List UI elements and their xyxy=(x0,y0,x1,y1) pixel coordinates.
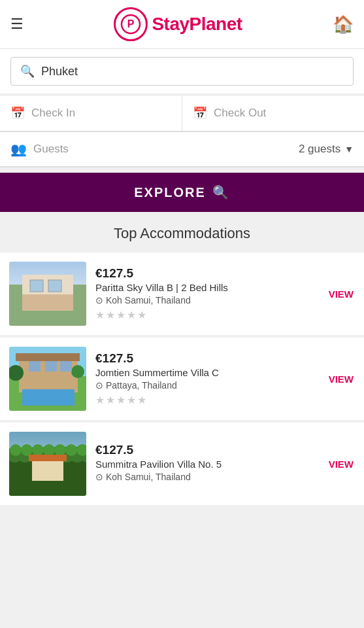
view-button-1[interactable]: VIEW xyxy=(327,286,355,302)
checkin-field[interactable]: 📅 Check In xyxy=(0,96,182,132)
star-1-2: ★ xyxy=(106,309,115,321)
logo-text: StayPlanet xyxy=(152,14,242,35)
checkout-calendar-icon: 📅 xyxy=(193,106,207,120)
property-location-2: ⊙ Pattaya, Thailand xyxy=(95,380,318,391)
location-icon-1: ⊙ xyxy=(95,295,103,305)
location-text-3: Koh Samui, Thailand xyxy=(106,472,191,482)
star-1-5: ★ xyxy=(137,309,146,321)
property-price-2: €127.5 xyxy=(95,351,318,366)
property-info-3: €127.5 Summitra Pavilion Villa No. 5 ⊙ K… xyxy=(95,443,318,485)
explore-label: EXPLORE xyxy=(134,185,206,200)
search-input[interactable] xyxy=(41,65,344,78)
location-text-1: Koh Samui, Thailand xyxy=(106,295,191,305)
guests-left: 👥 Guests xyxy=(10,141,69,157)
property-name-2: Jomtien Summertime Villa C xyxy=(95,367,318,378)
view-button-2[interactable]: VIEW xyxy=(327,371,355,387)
view-button-3[interactable]: VIEW xyxy=(327,456,355,472)
svg-text:P: P xyxy=(127,18,135,29)
search-icon: 🔍 xyxy=(20,64,35,78)
property-card: €127.5 Paritta Sky Villa B | 2 Bed Hills… xyxy=(0,253,364,335)
logo-container: P StayPlanet xyxy=(114,7,242,41)
stars-1: ★ ★ ★ ★ ★ xyxy=(95,309,318,321)
date-row: 📅 Check In 📅 Check Out xyxy=(0,95,364,132)
guests-row[interactable]: 👥 Guests 2 guests ▼ xyxy=(0,132,364,167)
guests-icon: 👥 xyxy=(10,141,27,157)
star-2-1: ★ xyxy=(95,394,105,406)
guests-value: 2 guests ▼ xyxy=(299,143,354,156)
location-icon-2: ⊙ xyxy=(95,380,103,391)
chevron-down-icon: ▼ xyxy=(344,144,354,154)
star-2-5: ★ xyxy=(137,394,146,406)
guests-label: Guests xyxy=(33,143,69,156)
home-icon[interactable]: 🏠 xyxy=(333,14,354,35)
property-info-2: €127.5 Jomtien Summertime Villa C ⊙ Patt… xyxy=(95,351,318,406)
explore-search-icon: 🔍 xyxy=(212,184,230,200)
explore-button[interactable]: EXPLORE 🔍 xyxy=(0,173,364,212)
star-2-4: ★ xyxy=(127,394,136,406)
star-2-3: ★ xyxy=(116,394,125,406)
property-location-3: ⊙ Koh Samui, Thailand xyxy=(95,472,318,482)
property-image-1 xyxy=(9,262,86,326)
logo-circle: P xyxy=(114,7,148,41)
property-name-1: Paritta Sky Villa B | 2 Bed Hills xyxy=(95,282,318,293)
guests-count: 2 guests xyxy=(299,143,340,156)
header: ☰ P StayPlanet 🏠 xyxy=(0,0,364,49)
property-image-2 xyxy=(9,347,86,411)
star-1-3: ★ xyxy=(116,309,125,321)
star-2-2: ★ xyxy=(106,394,115,406)
hamburger-icon[interactable]: ☰ xyxy=(10,17,24,31)
star-1-4: ★ xyxy=(127,309,136,321)
search-box[interactable]: 🔍 xyxy=(10,57,354,86)
checkin-label: Check In xyxy=(31,107,75,120)
star-1-1: ★ xyxy=(95,309,105,321)
property-location-1: ⊙ Koh Samui, Thailand xyxy=(95,295,318,305)
checkout-label: Check Out xyxy=(214,107,266,120)
property-card-3: €127.5 Summitra Pavilion Villa No. 5 ⊙ K… xyxy=(0,423,364,505)
property-name-3: Summitra Pavilion Villa No. 5 xyxy=(95,459,318,470)
search-section: 🔍 xyxy=(0,49,364,94)
location-text-2: Pattaya, Thailand xyxy=(106,380,177,391)
accommodations-section: Top Accommodations €127.5 Paritta Sky Vi… xyxy=(0,212,364,505)
logo-svg: P xyxy=(120,14,141,35)
property-price-1: €127.5 xyxy=(95,266,318,281)
section-title: Top Accommodations xyxy=(0,225,364,242)
location-icon-3: ⊙ xyxy=(95,472,103,482)
checkout-field[interactable]: 📅 Check Out xyxy=(182,96,364,132)
stars-2: ★ ★ ★ ★ ★ xyxy=(95,394,318,406)
property-image-3 xyxy=(9,432,86,496)
property-info-1: €127.5 Paritta Sky Villa B | 2 Bed Hills… xyxy=(95,266,318,321)
property-card-2: €127.5 Jomtien Summertime Villa C ⊙ Patt… xyxy=(0,338,364,420)
property-price-3: €127.5 xyxy=(95,443,318,457)
checkin-calendar-icon: 📅 xyxy=(10,106,25,120)
